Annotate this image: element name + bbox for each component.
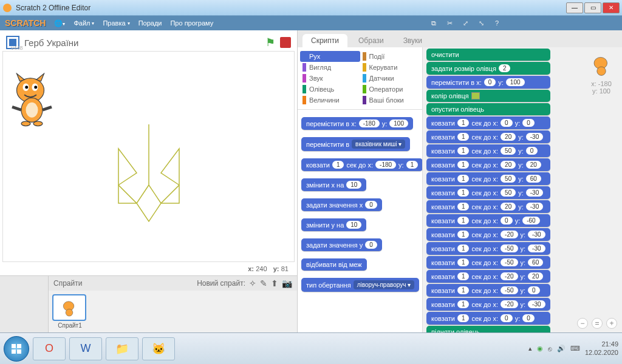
script-block[interactable]: задати значення x0 [301, 198, 382, 211]
script-block[interactable]: ковзати1сек до x:50y:60 [426, 172, 550, 185]
tab-sounds[interactable]: Звуки [395, 34, 431, 47]
shrink-icon[interactable]: ⤡ [476, 18, 486, 28]
category-data[interactable]: Величини [300, 95, 360, 106]
menu-tips[interactable]: Поради [138, 19, 162, 27]
sprite-info: x: -180y: 100 [587, 52, 616, 95]
version-label: v448 [11, 45, 23, 51]
menu-edit[interactable]: Правка▾ [103, 19, 129, 27]
script-block[interactable]: ковзати1сек до x:-20y:20 [426, 270, 550, 283]
svg-rect-18 [17, 349, 21, 354]
script-block[interactable]: задати розмір олівця2 [426, 62, 550, 75]
tray-keyboard-icon[interactable]: ⌨ [570, 345, 580, 352]
help-icon[interactable]: ? [492, 18, 502, 28]
start-button[interactable] [4, 336, 29, 362]
script-block[interactable]: змінити y на10 [301, 218, 366, 231]
choose-sprite-icon[interactable]: ✧ [249, 278, 256, 288]
svg-point-11 [66, 309, 73, 316]
paint-sprite-icon[interactable]: ✎ [260, 278, 267, 288]
taskbar-word[interactable]: W [69, 337, 102, 360]
taskbar-explorer[interactable]: 📁 [106, 337, 138, 360]
svg-rect-16 [17, 344, 21, 348]
script-block[interactable]: ковзати1сек до x:-50y:-30 [426, 242, 550, 255]
script-block[interactable]: ковзати1сек до x:0y:0 [426, 312, 550, 325]
category-looks[interactable]: Вигляд [300, 62, 360, 73]
camera-sprite-icon[interactable]: 📷 [282, 278, 292, 288]
window-maximize-button[interactable]: ▭ [584, 2, 601, 13]
stop-button[interactable] [280, 37, 291, 48]
category-operators[interactable]: Оператори [360, 84, 420, 95]
zoom-in-button[interactable]: + [606, 318, 617, 329]
script-block[interactable]: ковзати1сек до x:20y:-30 [426, 200, 550, 213]
mouse-coords: x: 240 y: 81 [0, 262, 297, 275]
window-close-button[interactable]: ✕ [603, 2, 620, 13]
zoom-out-button[interactable]: − [577, 318, 588, 329]
svg-point-5 [34, 86, 37, 89]
stage-header: Герб України ⚑ [0, 30, 297, 51]
window-minimize-button[interactable]: — [566, 2, 583, 13]
category-motion[interactable]: Рух [300, 51, 360, 62]
category-sound[interactable]: Звук [300, 73, 360, 84]
script-block[interactable]: перемістити ввказівник миші ▾ [301, 137, 410, 151]
upload-sprite-icon[interactable]: ⬆ [271, 278, 278, 288]
script-block[interactable]: змінити x на10 [301, 178, 366, 191]
script-block[interactable]: тип обертанняліворуч-праворуч ▾ [301, 278, 419, 292]
green-flag-button[interactable]: ⚑ [265, 36, 275, 49]
script-block[interactable]: очистити [426, 49, 550, 61]
tray-clock[interactable]: 21:49 12.02.2020 [585, 340, 618, 356]
svg-point-13 [597, 67, 606, 75]
script-block[interactable]: опустити олівець [426, 103, 550, 115]
menubar: SCRATCH 🌐▾ Файл▾ Правка▾ Поради Про прог… [0, 16, 622, 30]
script-block[interactable]: ковзати1сек до x:-50y:60 [426, 256, 550, 269]
category-control[interactable]: Керувати [360, 62, 420, 73]
category-sensing[interactable]: Датчики [360, 73, 420, 84]
tray-show-hidden-icon[interactable]: ▴ [528, 345, 532, 352]
category-events[interactable]: Події [360, 51, 420, 62]
new-sprite-label: Новий спрайт: [197, 279, 245, 288]
script-block[interactable]: ковзати1сек до x:50y:0 [426, 144, 550, 157]
script-block[interactable]: ковзати1сек до x:-50y:0 [426, 284, 550, 297]
sprite-cat[interactable] [9, 73, 55, 127]
menu-file[interactable]: Файл▾ [73, 19, 94, 27]
tray-network-icon[interactable]: ⎋ [548, 345, 552, 352]
taskbar-opera[interactable]: O [33, 337, 66, 360]
editor-tabs: Скрипти Образи Звуки [298, 30, 622, 47]
tab-scripts[interactable]: Скрипти [302, 34, 347, 47]
menu-about[interactable]: Про програму [170, 19, 213, 27]
script-block[interactable]: ковзати1сек до x:20y:20 [426, 158, 550, 171]
category-more[interactable]: Ваші блоки [360, 95, 420, 106]
tray-volume-icon[interactable]: 🔊 [557, 345, 566, 352]
backdrop-selector[interactable] [0, 276, 49, 332]
script-block[interactable]: ковзати1сек до x:-20y:-30 [426, 298, 550, 311]
script-block[interactable]: перемістити в x:0y:100 [426, 76, 550, 89]
stamp-icon[interactable]: ⧉ [429, 18, 439, 28]
tray-security-icon[interactable]: ◉ [537, 345, 543, 352]
grow-icon[interactable]: ⤢ [460, 18, 470, 28]
sprites-label: Спрайти [53, 279, 197, 288]
script-area[interactable]: x: -180y: 100 очиститизадати розмір олів… [423, 47, 622, 332]
scissors-icon[interactable]: ✂ [445, 18, 454, 28]
script-block[interactable]: задати значення y0 [301, 238, 382, 251]
project-title: Герб України [24, 38, 261, 48]
globe-icon[interactable]: 🌐▾ [54, 19, 65, 27]
script-block[interactable]: ковзати1сек до x:-180y:1 [301, 158, 422, 171]
scratch-logo[interactable]: SCRATCH [5, 18, 46, 28]
stage-drawing-trident [106, 118, 191, 234]
svg-rect-17 [12, 349, 16, 354]
category-pen[interactable]: Олівець [300, 84, 360, 95]
stage[interactable] [2, 51, 295, 262]
script-block[interactable]: ковзати1сек до x:50y:-30 [426, 186, 550, 199]
zoom-reset-button[interactable]: = [592, 318, 603, 329]
script-block[interactable]: ковзати1сек до x:0y:0 [426, 116, 550, 129]
tab-costumes[interactable]: Образи [350, 34, 392, 47]
script-block[interactable]: ковзати1сек до x:20y:-30 [426, 130, 550, 143]
script-block[interactable]: ковзати1сек до x:0y:-60 [426, 214, 550, 227]
script-block[interactable]: перемістити в x:-180y:100 [301, 117, 413, 130]
script-block[interactable]: підняти олівець [426, 326, 550, 332]
svg-point-0 [3, 4, 12, 12]
taskbar: O W 📁 🐱 ▴ ◉ ⎋ 🔊 ⌨ 21:49 12.02.2020 [0, 332, 622, 364]
script-block[interactable]: колір олівця [426, 90, 550, 102]
sprite-thumbnail[interactable]: Спрайт1 [52, 294, 87, 329]
taskbar-scratch[interactable]: 🐱 [142, 337, 175, 360]
script-block[interactable]: відбивати від меж [301, 258, 367, 271]
script-block[interactable]: ковзати1сек до x:-20y:-30 [426, 228, 550, 241]
